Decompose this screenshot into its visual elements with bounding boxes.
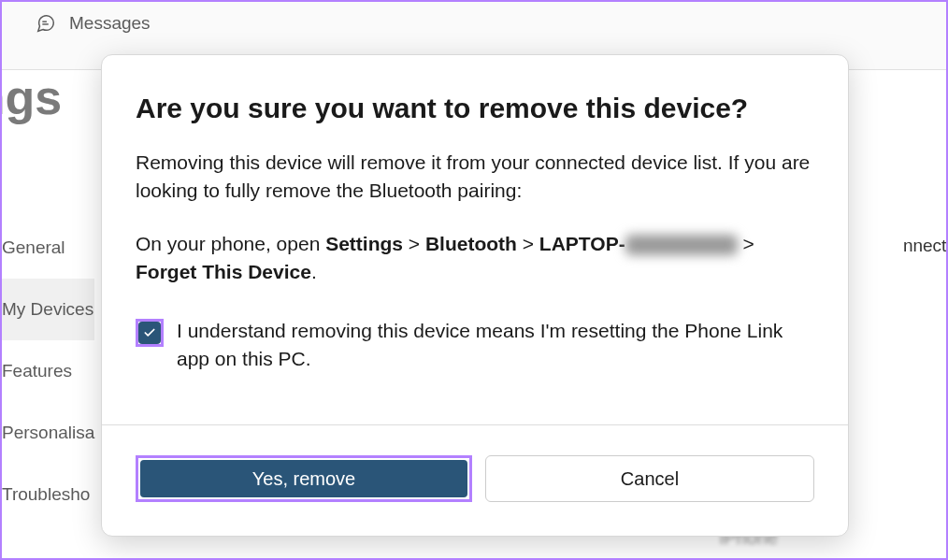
page-title-fragment: tings bbox=[0, 69, 62, 125]
redacted-device-name bbox=[625, 235, 738, 255]
app-header-title: Messages bbox=[69, 13, 151, 34]
acknowledge-checkbox[interactable] bbox=[138, 322, 161, 344]
sidebar-item-general[interactable]: General bbox=[2, 217, 94, 279]
primary-button-highlight: Yes, remove bbox=[136, 455, 472, 502]
dialog-instruction-path: On your phone, open Settings > Bluetooth… bbox=[136, 230, 814, 287]
sidebar-item-my-devices[interactable]: My Devices bbox=[2, 279, 94, 340]
dialog-title: Are you sure you want to remove this dev… bbox=[136, 93, 814, 124]
path-laptop: LAPTOP- bbox=[539, 233, 625, 254]
right-text-fragment: nnect with t bbox=[903, 236, 948, 256]
yes-remove-button[interactable]: Yes, remove bbox=[140, 460, 467, 497]
remove-device-dialog: Are you sure you want to remove this dev… bbox=[101, 54, 849, 537]
sidebar-item-troubleshoot[interactable]: Troublesho bbox=[2, 464, 94, 525]
settings-sidebar: General My Devices Features Personalisa … bbox=[2, 217, 94, 525]
path-suffix: . bbox=[311, 261, 317, 282]
path-sep2: > bbox=[517, 233, 539, 254]
checkbox-highlight bbox=[136, 319, 164, 347]
checkmark-icon bbox=[143, 326, 156, 339]
cancel-button[interactable]: Cancel bbox=[485, 455, 814, 502]
acknowledge-label: I understand removing this device means … bbox=[177, 317, 814, 374]
path-prefix: On your phone, open bbox=[136, 233, 325, 254]
path-sep3: > bbox=[738, 233, 754, 254]
acknowledge-row: I understand removing this device means … bbox=[136, 317, 814, 374]
sidebar-item-features[interactable]: Features bbox=[2, 340, 94, 402]
path-bluetooth: Bluetooth bbox=[425, 233, 517, 254]
sidebar-item-personalisation[interactable]: Personalisa bbox=[2, 402, 94, 464]
dialog-description: Removing this device will remove it from… bbox=[136, 149, 814, 206]
app-header: Messages bbox=[2, 2, 946, 45]
path-settings: Settings bbox=[325, 233, 403, 254]
path-sep1: > bbox=[403, 233, 425, 254]
dialog-footer: Yes, remove Cancel bbox=[102, 424, 848, 536]
dialog-body: Are you sure you want to remove this dev… bbox=[102, 55, 848, 424]
path-forget: Forget This Device bbox=[136, 261, 311, 282]
messages-icon bbox=[36, 13, 56, 34]
